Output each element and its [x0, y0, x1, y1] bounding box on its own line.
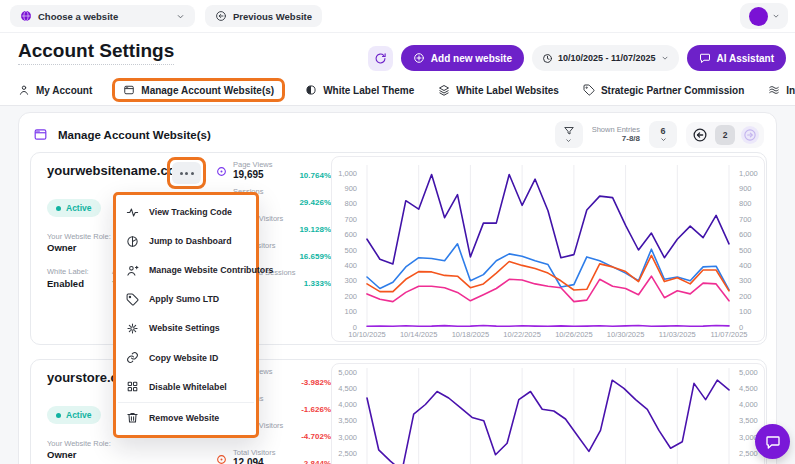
- settings-tabs: My Account Manage Account Website(s) Whi…: [18, 76, 795, 104]
- svg-text:700: 700: [344, 215, 357, 224]
- choose-website-content: Choose a website: [20, 10, 118, 22]
- pagination: 2: [686, 122, 764, 148]
- funnel-icon: [563, 125, 575, 137]
- stat-percent: 29.426%: [299, 198, 331, 207]
- person-plus-icon: [126, 264, 139, 277]
- svg-text:1,000: 1,000: [739, 169, 758, 178]
- tab-label: Manage Account Website(s): [141, 85, 274, 96]
- more-actions-icon: [180, 172, 183, 175]
- menu-item-jump-to-dashboard[interactable]: Jump to Dashboard: [116, 227, 256, 255]
- menu-item-copy-website-id[interactable]: Copy Website ID: [116, 344, 256, 372]
- current-page-indicator[interactable]: 2: [715, 125, 735, 145]
- tab-white-label-theme[interactable]: White Label Theme: [305, 84, 414, 96]
- role-value: Owner: [47, 242, 77, 253]
- svg-text:11/07/2025: 11/07/2025: [711, 330, 748, 339]
- panel-title: Manage Account Website(s): [33, 127, 211, 142]
- role-value: Owner: [47, 449, 77, 460]
- stat-percent: -2.844%: [301, 459, 331, 464]
- previous-website-button[interactable]: Previous Website: [205, 5, 322, 27]
- tab-label: White Label Websites: [456, 85, 559, 96]
- avatar: [749, 7, 768, 26]
- user-menu[interactable]: [740, 3, 788, 29]
- tab-label: Invoices: [786, 85, 795, 96]
- menu-item-remove-website[interactable]: Remove Website: [116, 404, 256, 432]
- target-icon: [216, 454, 227, 464]
- stat-percent: 19.128%: [299, 225, 331, 234]
- svg-text:2,500: 2,500: [739, 449, 758, 458]
- status-dot-icon: [56, 413, 61, 418]
- tab-white-label-websites[interactable]: White Label Websites: [438, 84, 559, 96]
- tab-strategic-partner-commission[interactable]: Strategic Partner Commission: [583, 84, 744, 96]
- stat-page-views: Page Views 19,695 10.764%: [216, 160, 331, 186]
- svg-text:300: 300: [344, 276, 357, 285]
- previous-page-button[interactable]: [691, 126, 709, 144]
- svg-text:3,000: 3,000: [338, 433, 357, 442]
- chat-fab-button[interactable]: [755, 424, 790, 459]
- choose-website-dropdown[interactable]: Choose a website: [10, 5, 195, 27]
- arrow-right-circle-icon: [743, 128, 757, 142]
- contrast-icon: [305, 84, 317, 96]
- chat-icon: [765, 434, 781, 450]
- tab-label: Strategic Partner Commission: [601, 85, 744, 96]
- stat-percent: 10.764%: [299, 171, 331, 180]
- stat-percent: 16.659%: [299, 252, 331, 261]
- ai-assistant-button[interactable]: AI Assistant: [687, 45, 786, 71]
- panel-title-label: Manage Account Website(s): [58, 129, 211, 141]
- menu-item-website-settings[interactable]: Website Settings: [116, 314, 256, 342]
- shown-entries: Shown Entries 7-8/8: [592, 125, 640, 144]
- tab-invoices[interactable]: Invoices: [768, 84, 795, 96]
- svg-text:400: 400: [344, 261, 357, 270]
- next-page-button[interactable]: [741, 126, 759, 144]
- stat-value: 19,695: [233, 169, 264, 180]
- page-size-value: 6: [660, 126, 665, 136]
- stat-percent: -3.982%: [301, 378, 331, 387]
- window-icon: [123, 84, 135, 96]
- page-size-select[interactable]: 6: [649, 121, 677, 148]
- tag-icon: [583, 84, 595, 96]
- chat-icon: [699, 52, 711, 64]
- target-icon: [216, 166, 227, 177]
- white-label-value: Enabled: [47, 278, 84, 289]
- add-new-website-button[interactable]: Add new website: [401, 45, 524, 71]
- refresh-button[interactable]: [368, 46, 393, 71]
- account-settings-screen: Choose a website Previous Website Accoun…: [0, 0, 795, 464]
- menu-item-manage-website-contributors[interactable]: Manage Website Contributors: [116, 256, 256, 284]
- svg-text:4,000: 4,000: [338, 400, 357, 409]
- menu-item-apply-sumo-ltd[interactable]: Apply Sumo LTD: [116, 285, 256, 313]
- add-new-website-label: Add new website: [431, 53, 512, 64]
- date-range-picker[interactable]: 10/10/2025 - 11/07/2025: [532, 45, 679, 71]
- trash-icon: [126, 411, 139, 424]
- page-title: Account Settings: [18, 40, 174, 65]
- svg-text:500: 500: [344, 246, 357, 255]
- filter-button[interactable]: [555, 121, 583, 148]
- more-actions-button[interactable]: [172, 162, 201, 184]
- plus-circle-icon: [413, 52, 425, 64]
- invoice-icon: [768, 84, 780, 96]
- choose-website-label: Choose a website: [38, 11, 118, 22]
- tab-my-account[interactable]: My Account: [18, 84, 92, 96]
- tab-manage-account-websites[interactable]: Manage Account Website(s): [112, 78, 285, 102]
- page-header: Choose a website Previous Website Accoun…: [0, 0, 795, 106]
- ai-assistant-label: AI Assistant: [717, 53, 774, 64]
- svg-text:4,500: 4,500: [739, 384, 758, 393]
- layers-icon: [438, 84, 450, 96]
- svg-text:100: 100: [739, 307, 752, 316]
- role-label: Your Website Role:: [47, 439, 111, 448]
- menu-item-disable-whitelabel[interactable]: Disable Whitelabel: [116, 373, 256, 401]
- svg-text:100: 100: [344, 307, 357, 316]
- svg-text:3,500: 3,500: [338, 416, 357, 425]
- svg-text:10/22/2025: 10/22/2025: [503, 330, 541, 339]
- globe-icon: [20, 10, 32, 22]
- chevron-down-icon: [661, 54, 669, 62]
- svg-text:5,000: 5,000: [338, 368, 357, 377]
- menu-item-view-tracking-code[interactable]: View Tracking Code: [116, 198, 256, 226]
- svg-text:800: 800: [344, 199, 357, 208]
- panel-controls: Shown Entries 7-8/8 6 2: [555, 121, 764, 148]
- window-icon: [33, 127, 48, 142]
- stat-percent: 1.333%: [304, 279, 331, 288]
- svg-text:10/30/2025: 10/30/2025: [607, 330, 645, 339]
- svg-text:700: 700: [739, 215, 752, 224]
- svg-text:2,500: 2,500: [338, 449, 357, 458]
- person-icon: [18, 84, 30, 96]
- header-actions: Add new website 10/10/2025 - 11/07/2025 …: [368, 45, 786, 71]
